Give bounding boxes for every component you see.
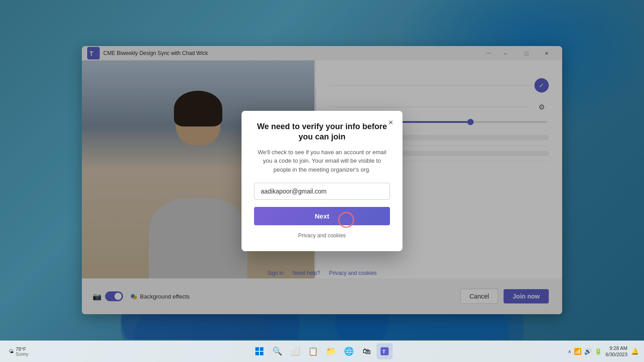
modal-overlay: ✕ We need to verify your info before you… — [0, 0, 644, 362]
weather-temp: 78°F — [16, 346, 28, 352]
edge-icon: 🌐 — [344, 346, 354, 356]
verify-info-modal: ✕ We need to verify your info before you… — [242, 111, 402, 251]
start-button[interactable] — [251, 343, 267, 359]
widgets-button[interactable]: 📋 — [305, 343, 321, 359]
taskbar-center: 🔍 ⬜ 📋 📁 🌐 🛍 T — [251, 343, 393, 359]
modal-description: We'll check to see if you have an accoun… — [254, 148, 390, 174]
task-view-button[interactable]: ⬜ — [287, 343, 303, 359]
edge-button[interactable]: 🌐 — [341, 343, 357, 359]
modal-title: We need to verify your info before you c… — [254, 122, 390, 143]
widgets-icon: 📋 — [308, 346, 318, 356]
time-display[interactable]: 9:28 AM 6/30/2023 — [606, 345, 627, 358]
cursor-indicator — [338, 212, 354, 228]
taskbar-right: ∧ 📶 🔊 🔋 9:28 AM 6/30/2023 🔔 — [568, 345, 639, 358]
svg-rect-10 — [260, 347, 263, 351]
folder-icon: 📁 — [326, 346, 336, 356]
system-tray: ∧ 📶 🔊 🔋 — [568, 348, 602, 355]
weather-widget[interactable]: 🌤 78°F Sunny — [5, 346, 32, 357]
weather-condition: Sunny — [16, 352, 28, 357]
weather-icon: 🌤 — [9, 349, 14, 354]
search-icon: 🔍 — [272, 346, 282, 356]
task-view-icon: ⬜ — [290, 346, 300, 356]
next-button-container: Next — [254, 207, 390, 232]
clock-date: 6/30/2023 — [606, 351, 627, 358]
store-button[interactable]: 🛍 — [359, 343, 375, 359]
svg-rect-11 — [255, 352, 259, 355]
chevron-up-icon[interactable]: ∧ — [568, 349, 571, 354]
teams-taskbar-icon: T — [381, 347, 389, 355]
clock-time: 9:28 AM — [606, 345, 627, 351]
file-explorer-button[interactable]: 📁 — [323, 343, 339, 359]
volume-icon[interactable]: 🔊 — [584, 348, 592, 355]
wifi-icon[interactable]: 📶 — [574, 348, 581, 355]
windows-logo-icon — [255, 347, 263, 355]
search-button[interactable]: 🔍 — [269, 343, 285, 359]
notification-icon[interactable]: 🔔 — [631, 348, 639, 355]
battery-icon[interactable]: 🔋 — [594, 348, 602, 355]
modal-privacy-link[interactable]: Privacy and cookies — [254, 232, 390, 239]
teams-taskbar-button[interactable]: T — [377, 343, 393, 359]
svg-text:T: T — [382, 349, 386, 354]
modal-close-button[interactable]: ✕ — [385, 116, 397, 129]
taskbar-left: 🌤 78°F Sunny — [5, 346, 32, 357]
taskbar: 🌤 78°F Sunny 🔍 ⬜ 📋 — [0, 341, 644, 362]
svg-rect-12 — [260, 352, 263, 355]
store-icon: 🛍 — [363, 347, 371, 356]
next-button[interactable]: Next — [254, 207, 390, 225]
email-input[interactable] — [254, 183, 390, 200]
weather-info: 78°F Sunny — [16, 346, 28, 357]
svg-rect-9 — [255, 347, 259, 351]
